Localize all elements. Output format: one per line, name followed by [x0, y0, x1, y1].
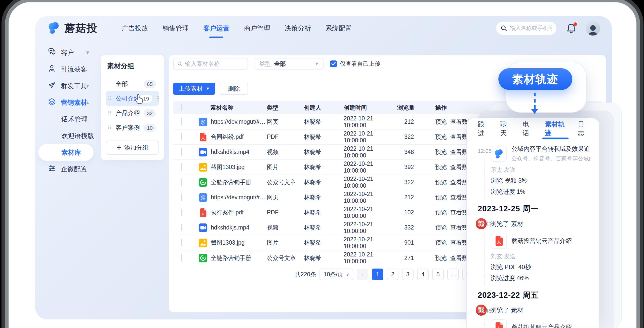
nav-item-5[interactable]: 决策分析	[285, 24, 311, 33]
row-checkbox[interactable]	[181, 209, 182, 216]
track-date-header: 2023-12-25 周一	[478, 204, 590, 214]
kebab-menu-icon[interactable]: ⋮	[155, 95, 161, 102]
page-button-1[interactable]: 1	[372, 269, 383, 280]
material-name-cell[interactable]: 截图1303.jpg	[198, 162, 267, 172]
track-material-card[interactable]: 公域内容平台转私域及效果追踪公众号、抖音号、百家号等公域内容平台如何留资或者..…	[491, 145, 590, 162]
prev-page-button[interactable]: ‹	[357, 269, 368, 280]
sidebar-item-4[interactable]: 营销素材▲	[35, 94, 96, 111]
global-search[interactable]	[496, 22, 556, 35]
action-link-1[interactable]: 预览	[435, 239, 447, 247]
upload-material-label: 上传素材	[179, 85, 203, 93]
drag-handle-icon[interactable]: ⠿	[108, 97, 113, 100]
panel-tab-电话[interactable]: 电话	[522, 118, 533, 139]
page-button-2[interactable]: 2	[387, 269, 398, 280]
group-item-产品介绍[interactable]: ⠿产品介绍32	[106, 106, 159, 120]
sidebar-item-2[interactable]: 引流获客	[35, 61, 96, 78]
track-material-card[interactable]: 人蘑菇投营销云产品介绍	[491, 233, 590, 249]
checkbox-checked-icon[interactable]	[330, 60, 337, 67]
only-mine-checkbox[interactable]: 仅查看自己上传	[330, 60, 380, 68]
panel-tab-素材轨迹[interactable]: 素材轨迹	[545, 118, 566, 139]
page-button-3[interactable]: 3	[402, 269, 414, 280]
row-check-cell	[173, 164, 198, 171]
row-checkbox[interactable]	[181, 163, 182, 171]
pdf-file-icon: 人	[491, 233, 507, 249]
action-link-1[interactable]: 预览	[435, 163, 447, 171]
drag-handle-icon[interactable]: ⠿	[108, 112, 113, 114]
row-checkbox[interactable]	[181, 178, 182, 186]
action-link-1[interactable]: 预览	[435, 209, 447, 216]
sidebar-subitem-欢迎语模版[interactable]: 欢迎语模版	[35, 127, 96, 144]
sidebar-subitem-素材库[interactable]: 素材库	[38, 144, 94, 161]
action-link-1[interactable]: 预览	[435, 118, 447, 126]
sidebar-item-5[interactable]: 企微配置	[35, 161, 96, 177]
material-name-cell[interactable]: 人合同纠纷.pdf	[198, 132, 267, 142]
material-name-cell[interactable]: 全链路营销手册	[198, 253, 267, 263]
chat-icon	[48, 48, 56, 58]
group-item-客户案例[interactable]: ⠿客户案例10	[106, 120, 159, 135]
nav-item-1[interactable]: 广告投放	[122, 24, 148, 33]
brand-logo[interactable]: 蘑菇投	[47, 21, 98, 36]
track-material-card[interactable]: 人蘑菇投营销云产品介绍	[491, 319, 590, 328]
page-button-4[interactable]: 4	[417, 269, 429, 280]
mogu-logo-icon	[47, 21, 61, 36]
action-link-1[interactable]: 预览	[435, 193, 447, 201]
action-link-1[interactable]: 预览	[435, 254, 447, 262]
action-link-1[interactable]: 预览	[435, 148, 447, 156]
material-name-cell[interactable]: hdkshdkjs.mp4	[198, 147, 267, 157]
action-link-1[interactable]: 预览	[435, 133, 447, 141]
table-header-4: 创建时间	[344, 104, 397, 112]
page-button-5[interactable]: 5	[432, 269, 444, 280]
row-checkbox[interactable]	[181, 239, 182, 246]
material-name-cell[interactable]: hdkshdkjs.mp4	[198, 223, 267, 233]
group-item-公司介绍[interactable]: ⠿公司介绍19⋮	[106, 91, 159, 106]
material-name-cell[interactable]: 人执行案件.pdf	[198, 208, 267, 217]
select-all-checkbox[interactable]	[181, 104, 182, 111]
sidebar-item-1[interactable]: 客户▼	[35, 44, 96, 61]
material-search-input[interactable]	[185, 60, 244, 67]
nav-item-4[interactable]: 商户管理	[244, 24, 270, 33]
sidebar-item-3[interactable]: 群发工具▼	[35, 78, 96, 94]
row-checkbox[interactable]	[181, 118, 182, 125]
row-checkbox[interactable]	[181, 193, 182, 201]
chevron-down-icon: ▼	[206, 86, 210, 91]
row-checkbox[interactable]	[181, 148, 182, 156]
material-name-cell[interactable]: @https://dev.mogut/#/c...	[198, 193, 267, 202]
upload-material-button[interactable]: 上传素材 ▼	[173, 83, 215, 95]
panel-tab-日志[interactable]: 日志	[578, 118, 588, 139]
row-checkbox[interactable]	[181, 224, 182, 231]
material-name: https://dev.mogut/#/c...	[211, 118, 267, 125]
nav-item-3[interactable]: 客户运营	[203, 24, 229, 33]
material-views: 102	[397, 209, 435, 216]
action-link-1[interactable]: 预览	[435, 178, 447, 186]
pagination-total: 共220条	[295, 271, 316, 278]
panel-tab-聊天[interactable]: 聊天	[500, 118, 510, 139]
global-search-input[interactable]	[510, 25, 552, 31]
material-name-cell[interactable]: @https://dev.mogut/#/c...	[198, 117, 267, 127]
type-select[interactable]: 类型 全部 ▼	[255, 58, 324, 70]
action-link-1[interactable]: 预览	[435, 224, 447, 232]
row-check-cell	[173, 194, 198, 201]
nav-item-2[interactable]: 销售管理	[163, 24, 189, 33]
material-created-time: 2022-10-21 10:00:00	[344, 130, 397, 144]
sidebar-subitem-话术管理[interactable]: 话术管理	[35, 111, 96, 127]
add-group-button[interactable]: 添加分组	[106, 141, 159, 155]
row-checkbox[interactable]	[181, 133, 182, 141]
material-type: 视频	[267, 224, 304, 232]
notification-bell[interactable]	[566, 22, 577, 34]
material-name: 全链路营销手册	[211, 178, 251, 186]
drag-handle-icon[interactable]: ⠿	[108, 126, 113, 129]
group-item-全部[interactable]: 全部65	[106, 77, 159, 91]
pdf-file-icon: 人	[198, 208, 208, 217]
material-groups-panel: 素材分组 全部65⠿公司介绍19⋮⠿产品介绍32⠿客户案例10 添加分组	[101, 55, 164, 160]
material-search[interactable]	[173, 58, 248, 70]
panel-tab-跟进[interactable]: 跟进	[478, 118, 488, 139]
delete-button[interactable]: 删除	[220, 83, 248, 95]
per-page-select[interactable]: 10条/页∨	[319, 269, 353, 280]
material-views: 901	[397, 239, 435, 246]
material-name-cell[interactable]: 截图1303.jpg	[198, 238, 267, 248]
user-avatar[interactable]	[586, 21, 600, 36]
row-checkbox[interactable]	[181, 254, 182, 262]
page-ellipsis[interactable]: ...	[447, 269, 459, 280]
nav-item-6[interactable]: 系统配置	[326, 24, 352, 33]
material-name-cell[interactable]: 全链路营销手册	[198, 178, 267, 187]
